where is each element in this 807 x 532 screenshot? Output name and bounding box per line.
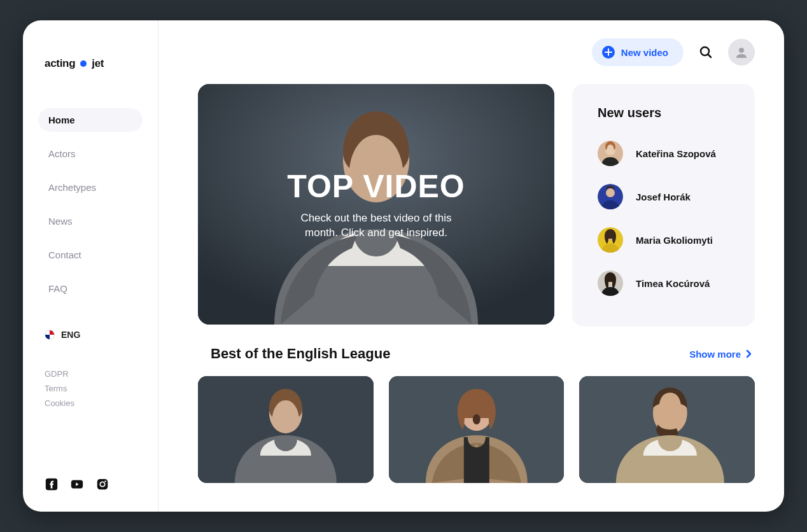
legal-links: GDPR Terms Cookies (23, 369, 158, 408)
language-switcher[interactable]: ENG (23, 330, 158, 340)
show-more-label: Show more (689, 349, 741, 360)
user-row[interactable]: Josef Horák (598, 175, 729, 218)
nav-label: News (48, 216, 73, 227)
nav-label: Home (48, 115, 75, 125)
legal-gdpr[interactable]: GDPR (45, 369, 136, 379)
user-avatar (598, 141, 623, 166)
facebook-icon[interactable] (45, 477, 59, 491)
youtube-icon[interactable] (70, 477, 84, 491)
hero-row: TOP VIDEO Check out the best video of th… (198, 84, 755, 326)
new-video-button[interactable]: New video (592, 38, 684, 66)
svg-point-6 (739, 48, 744, 53)
new-video-label: New video (621, 47, 668, 58)
new-users-panel: New users Kateřina Szopová Josef Horák (572, 84, 755, 326)
section-header: Best of the English League Show more (198, 346, 755, 362)
logo-text-part1: acting (45, 57, 75, 70)
show-more-link[interactable]: Show more (689, 349, 752, 360)
content-area: TOP VIDEO Check out the best video of th… (158, 84, 784, 483)
user-name: Maria Gkoliomyti (636, 235, 713, 246)
language-label: ENG (61, 330, 80, 340)
top-video-hero[interactable]: TOP VIDEO Check out the best video of th… (198, 84, 554, 325)
nav-label: FAQ (48, 283, 67, 294)
plus-circle-icon (602, 46, 615, 59)
logo-text-part2: jet (92, 57, 104, 70)
profile-avatar-button[interactable] (728, 39, 755, 66)
user-avatar (598, 227, 623, 253)
app-logo[interactable]: acting jet (23, 57, 158, 70)
svg-point-4 (104, 480, 106, 482)
user-name: Kateřina Szopová (636, 148, 716, 159)
logo-dot-icon (80, 60, 87, 67)
search-button[interactable] (696, 43, 715, 62)
user-avatar (598, 184, 623, 209)
section-title: Best of the English League (211, 346, 390, 362)
user-name: Josef Horák (636, 192, 691, 202)
svg-rect-2 (97, 479, 108, 490)
hero-subtitle: Check out the best video of this month. … (287, 211, 465, 241)
nav-label: Contact (48, 249, 81, 260)
user-row[interactable]: Maria Gkoliomyti (598, 218, 729, 262)
nav-label: Actors (48, 148, 76, 159)
new-users-title: New users (598, 106, 729, 120)
user-row[interactable]: Timea Kocúrová (598, 262, 729, 305)
nav-item-contact[interactable]: Contact (38, 243, 143, 267)
flag-uk-icon (45, 330, 55, 340)
user-name: Timea Kocúrová (636, 278, 710, 289)
nav-item-home[interactable]: Home (38, 108, 143, 132)
legal-cookies[interactable]: Cookies (45, 398, 136, 408)
nav-label: Archetypes (48, 182, 96, 193)
hero-title: TOP VIDEO (287, 168, 465, 205)
video-grid (198, 376, 755, 483)
main-nav: Home Actors Archetypes News Contact FAQ (23, 108, 158, 300)
instagram-icon[interactable] (95, 477, 109, 491)
main-content: New video (158, 20, 784, 512)
chevron-right-icon (746, 349, 752, 358)
legal-terms[interactable]: Terms (45, 384, 136, 393)
sidebar: acting jet Home Actors Archetypes News C… (23, 20, 158, 512)
video-card[interactable] (389, 376, 565, 483)
nav-item-news[interactable]: News (38, 209, 143, 233)
nav-item-faq[interactable]: FAQ (38, 277, 143, 300)
nav-item-archetypes[interactable]: Archetypes (38, 176, 143, 199)
topbar: New video (158, 20, 784, 84)
user-row[interactable]: Kateřina Szopová (598, 132, 729, 175)
svg-point-21 (473, 414, 481, 424)
video-card[interactable] (579, 376, 755, 483)
nav-item-actors[interactable]: Actors (38, 142, 143, 165)
video-card[interactable] (198, 376, 374, 483)
user-avatar (598, 270, 623, 296)
social-links (45, 477, 109, 491)
svg-point-12 (606, 188, 615, 197)
app-window: acting jet Home Actors Archetypes News C… (23, 20, 784, 512)
